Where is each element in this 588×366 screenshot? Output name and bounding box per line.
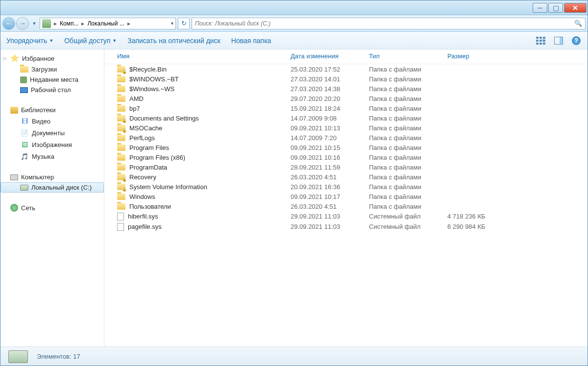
network-icon: [10, 204, 18, 212]
chevron-right-icon: ▸: [126, 20, 131, 27]
file-name: $WINDOWS.~BT: [129, 75, 179, 83]
newfolder-button[interactable]: Новая папка: [231, 37, 271, 45]
file-row[interactable]: Windows09.09.2021 10:17Папка с файлами: [104, 192, 588, 201]
column-type[interactable]: Тип: [369, 52, 447, 60]
view-icon: [536, 37, 540, 45]
file-type: Папка с файлами: [369, 203, 447, 210]
file-name: Documents and Settings: [129, 115, 199, 122]
breadcrumb-drive[interactable]: Локальный ...: [87, 20, 124, 27]
file-name: $Recycle.Bin: [129, 66, 167, 73]
column-date[interactable]: Дата изменения: [291, 52, 369, 60]
file-date: 27.03.2020 14:01: [291, 75, 369, 83]
file-row[interactable]: $WINDOWS.~BT27.03.2020 14:01Папка с файл…: [104, 74, 588, 84]
file-type: Папка с файлами: [369, 134, 447, 142]
file-row[interactable]: bp715.09.2021 18:24Папка с файлами: [104, 103, 588, 113]
address-dropdown[interactable]: ▾: [171, 21, 173, 26]
folder-icon: [117, 76, 125, 82]
sidebar-downloads[interactable]: Загрузки: [0, 64, 104, 74]
titlebar: ─ ▢ ✕: [0, 0, 588, 15]
column-size[interactable]: Размер: [447, 52, 469, 60]
computer-icon: [10, 174, 18, 180]
file-row[interactable]: Пользователи26.03.2020 4:51Папка с файла…: [104, 201, 588, 211]
nav-back-button[interactable]: ←: [2, 17, 15, 30]
file-row[interactable]: $Recycle.Bin25.03.2020 17:52Папка с файл…: [104, 64, 588, 74]
column-name[interactable]: Имя: [117, 52, 291, 60]
view-mode-button[interactable]: ▼: [536, 35, 546, 46]
chevron-down-icon: ▼: [112, 38, 117, 43]
sidebar-images[interactable]: 🖼Изображения: [0, 139, 104, 150]
folder-icon: [117, 145, 125, 151]
file-row[interactable]: System Volume Information20.09.2021 16:3…: [104, 182, 588, 192]
folder-lock-icon: [117, 66, 125, 73]
file-row[interactable]: Program Files09.09.2021 10:15Папка с фай…: [104, 143, 588, 152]
sidebar-video[interactable]: 🎞Видео: [0, 115, 104, 127]
sidebar-computer-head[interactable]: Компьютер: [0, 172, 104, 182]
sidebar: ▷Избранное Загрузки Недавние места Рабоч…: [0, 49, 104, 346]
chevron-down-icon: ▼: [49, 38, 53, 43]
sidebar-libraries-head[interactable]: Библиотеки: [0, 105, 104, 115]
file-row[interactable]: PerfLogs14.07.2009 7:20Папка с файлами: [104, 133, 588, 143]
desktop-icon: [20, 87, 28, 93]
maximize-button[interactable]: ▢: [548, 3, 563, 13]
share-button[interactable]: Общий доступ▼: [64, 37, 117, 45]
search-input[interactable]: [195, 20, 574, 27]
file-row[interactable]: ProgramData28.09.2021 11:59Папка с файла…: [104, 162, 588, 172]
file-row[interactable]: Recovery26.03.2020 4:51Папка с файлами: [104, 172, 588, 182]
sidebar-network-head[interactable]: Сеть: [0, 202, 104, 213]
breadcrumb-computer[interactable]: Комп...: [60, 20, 78, 27]
drive-icon: [42, 19, 51, 28]
sidebar-documents[interactable]: 📄Документы: [0, 127, 104, 139]
file-type: Папка с файлами: [369, 164, 447, 171]
drive-icon: [8, 350, 28, 363]
nav-history-dropdown[interactable]: ▼: [31, 17, 38, 30]
file-row[interactable]: $Windows.~WS27.03.2020 14:38Папка с файл…: [104, 84, 588, 94]
sidebar-recent[interactable]: Недавние места: [0, 74, 104, 85]
image-icon: 🖼: [20, 140, 29, 149]
file-row[interactable]: AMD29.07.2020 20:20Папка с файлами: [104, 94, 588, 103]
file-row[interactable]: Documents and Settings14.07.2009 9:08Пап…: [104, 113, 588, 123]
file-row[interactable]: MSOCache09.09.2021 10:13Папка с файлами: [104, 123, 588, 133]
star-icon: [10, 54, 19, 63]
nav-forward-button[interactable]: →: [16, 17, 29, 30]
file-date: 15.09.2021 18:24: [291, 105, 369, 112]
file-date: 28.09.2021 11:59: [291, 164, 369, 171]
sidebar-music[interactable]: 🎵Музыка: [0, 150, 104, 162]
sidebar-favorites-head[interactable]: ▷Избранное: [0, 52, 104, 64]
file-type: Папка с файлами: [369, 183, 447, 191]
search-box[interactable]: 🔍: [192, 18, 586, 29]
file-type: Папка с файлами: [369, 115, 447, 122]
sidebar-desktop[interactable]: Рабочий стол: [0, 85, 104, 95]
folder-icon: [117, 164, 125, 171]
help-icon: ?: [572, 36, 581, 45]
burn-button[interactable]: Записать на оптический диск: [127, 37, 220, 45]
file-name: $Windows.~WS: [129, 85, 174, 93]
file-date: 29.09.2021 11:03: [291, 223, 369, 230]
file-row[interactable]: hiberfil.sys29.09.2021 11:03Системный фа…: [104, 211, 588, 221]
folder-icon: [117, 86, 125, 92]
file-name: Program Files (x86): [129, 154, 185, 161]
file-row[interactable]: pagefile.sys29.09.2021 11:03Системный фа…: [104, 221, 588, 232]
sidebar-drive-c[interactable]: Локальный диск (C:): [0, 182, 104, 193]
file-name: ProgramData: [129, 164, 167, 171]
library-icon: [10, 107, 18, 114]
collapse-icon: ▷: [3, 56, 7, 61]
status-count: Элементов: 17: [37, 353, 80, 360]
file-name: pagefile.sys: [128, 223, 162, 230]
organize-button[interactable]: Упорядочить▼: [6, 37, 53, 45]
minimize-button[interactable]: ─: [533, 3, 547, 13]
file-type: Папка с файлами: [369, 154, 447, 161]
preview-pane-button[interactable]: [553, 35, 564, 46]
music-icon: 🎵: [20, 152, 29, 161]
file-list: Имя Дата изменения Тип Размер $Recycle.B…: [104, 49, 588, 346]
address-bar[interactable]: ▸ Комп... ▸ Локальный ... ▸ ▾: [40, 18, 176, 29]
refresh-button[interactable]: ↻: [178, 18, 190, 29]
navbar: ← → ▼ ▸ Комп... ▸ Локальный ... ▸ ▾ ↻ 🔍: [0, 15, 588, 32]
drive-icon: [20, 185, 28, 191]
file-row[interactable]: Program Files (x86)09.09.2021 10:16Папка…: [104, 152, 588, 162]
file-type: Папка с файлами: [369, 173, 447, 181]
file-date: 09.09.2021 10:17: [291, 193, 369, 200]
search-icon[interactable]: 🔍: [574, 20, 582, 27]
file-date: 09.09.2021 10:13: [291, 124, 369, 132]
close-button[interactable]: ✕: [564, 3, 587, 13]
help-button[interactable]: ?: [571, 35, 582, 46]
